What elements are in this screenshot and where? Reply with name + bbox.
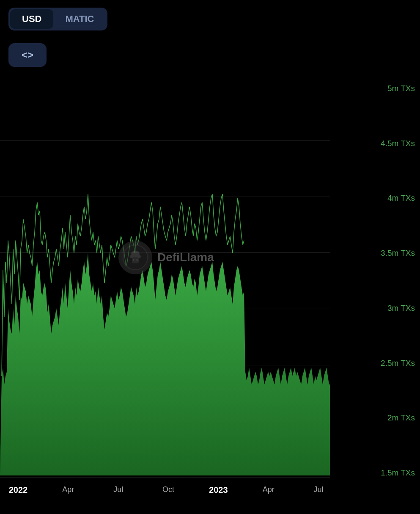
svg-marker-0 [0, 253, 330, 475]
x-axis: 2022 Apr Jul Oct 2023 Apr Jul [3, 485, 338, 495]
watermark: DefiLlama [118, 240, 214, 274]
top-controls: USD MATIC [0, 0, 420, 36]
x-label-apr-2022: Apr [58, 485, 79, 495]
chart-svg [0, 80, 330, 482]
y-label-5m: 5m TXs [381, 84, 415, 93]
x-axis-container: 2022 Apr Jul Oct 2023 Apr Jul [0, 485, 420, 495]
chart-container: 5m TXs 4.5m TXs 4m TXs 3.5m TXs 3m TXs 2… [0, 80, 420, 482]
watermark-text: DefiLlama [157, 251, 214, 264]
y-axis-labels: 5m TXs 4.5m TXs 4m TXs 3.5m TXs 3m TXs 2… [381, 80, 415, 482]
x-label-apr-2023: Apr [258, 485, 279, 495]
y-label-2m: 2m TXs [381, 413, 415, 423]
y-label-3m: 3m TXs [381, 304, 415, 313]
matic-button[interactable]: MATIC [53, 9, 106, 29]
y-label-4m: 4m TXs [381, 193, 415, 203]
y-label-1-5m: 1.5m TXs [381, 468, 415, 478]
currency-toggle: USD MATIC [8, 8, 107, 30]
x-label-jul-2023: Jul [308, 485, 329, 495]
y-label-2-5m: 2.5m TXs [381, 359, 415, 368]
embed-button[interactable]: <> [8, 43, 47, 67]
y-label-3-5m: 3.5m TXs [381, 249, 415, 258]
x-label-2022: 2022 [8, 485, 29, 495]
svg-point-6 [133, 259, 135, 261]
usd-button[interactable]: USD [10, 9, 53, 29]
watermark-icon [118, 240, 152, 274]
svg-point-7 [136, 259, 138, 261]
x-label-2023: 2023 [208, 485, 229, 495]
x-label-jul-2022: Jul [108, 485, 129, 495]
y-label-4-5m: 4.5m TXs [381, 139, 415, 148]
x-label-oct-2022: Oct [158, 485, 179, 495]
